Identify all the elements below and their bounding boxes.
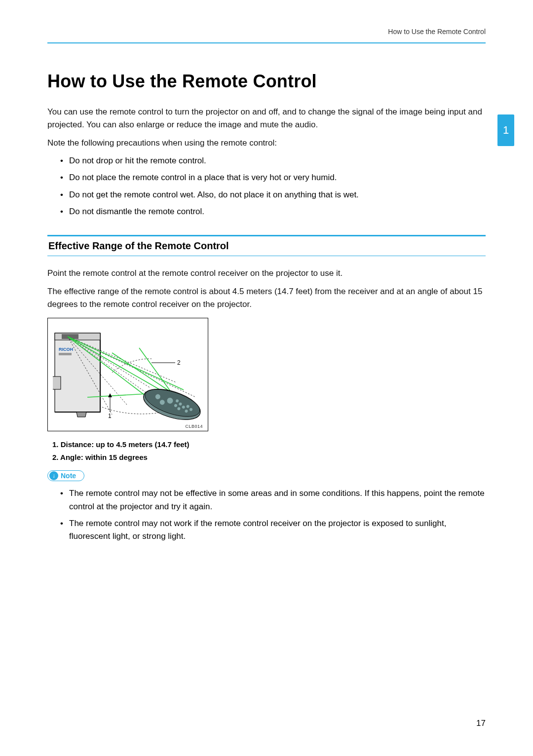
- legend-item: 1. Distance: up to 4.5 meters (14.7 feet…: [52, 438, 486, 451]
- precautions-list: Do not drop or hit the remote control. D…: [47, 154, 486, 218]
- list-item: Do not drop or hit the remote control.: [62, 154, 486, 167]
- note-badge: ↓ Note: [47, 470, 84, 481]
- intro-paragraph-1: You can use the remote control to turn t…: [47, 106, 486, 132]
- intro-paragraph-2: Note the following precautions when usin…: [47, 137, 486, 150]
- svg-rect-5: [53, 377, 61, 389]
- list-item: The remote control may not be effective …: [62, 487, 486, 513]
- page-title: How to Use the Remote Control: [47, 71, 486, 92]
- note-list: The remote control may not be effective …: [47, 487, 486, 543]
- list-item: The remote control may not work if the r…: [62, 517, 486, 543]
- legend-item: 2. Angle: within 15 degrees: [52, 451, 486, 464]
- section-heading-bar: Effective Range of the Remote Control: [47, 235, 486, 256]
- figure-legend: 1. Distance: up to 4.5 meters (14.7 feet…: [47, 438, 486, 463]
- svg-line-17: [112, 353, 171, 392]
- svg-rect-0: [55, 333, 100, 412]
- running-head: How to Use the Remote Control: [47, 28, 486, 36]
- figure-code: CLB014: [53, 424, 203, 429]
- svg-rect-4: [59, 353, 72, 355]
- list-item: Do not get the remote control wet. Also,…: [62, 189, 486, 201]
- note-label: Note: [61, 472, 76, 480]
- figure-svg: RICOH: [53, 323, 201, 422]
- section-heading: Effective Range of the Remote Control: [47, 236, 486, 256]
- list-item: Do not place the remote control in a pla…: [62, 171, 486, 184]
- svg-text:2: 2: [177, 359, 181, 366]
- section-paragraph-1: Point the remote control at the remote c…: [47, 267, 486, 280]
- svg-marker-6: [76, 412, 86, 417]
- svg-line-18: [139, 348, 171, 392]
- svg-marker-35: [108, 393, 112, 397]
- svg-text:RICOH: RICOH: [59, 347, 73, 352]
- arrow-down-icon: ↓: [49, 471, 58, 480]
- svg-text:1: 1: [108, 413, 112, 419]
- section-paragraph-2: The effective range of the remote contro…: [47, 285, 486, 311]
- figure-remote-range: RICOH: [47, 318, 208, 431]
- list-item: Do not dismantle the remote control.: [62, 205, 486, 218]
- page-number: 17: [476, 718, 486, 728]
- header-rule: [47, 42, 486, 43]
- chapter-tab: 1: [497, 114, 514, 146]
